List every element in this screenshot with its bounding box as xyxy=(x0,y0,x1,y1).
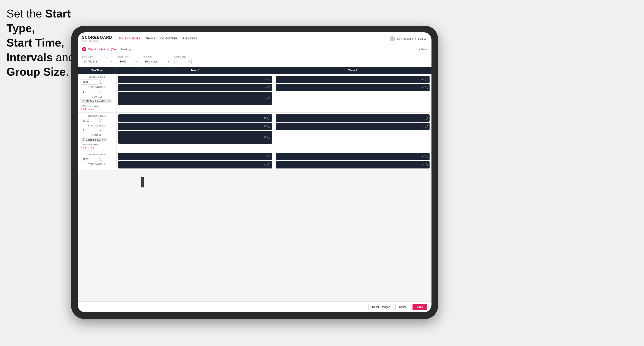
footer-bar: Reset Changes Cancel Save xyxy=(78,301,432,312)
intervals-select[interactable]: 10 Minutes 8 Minutes 12 Minutes xyxy=(143,59,171,64)
main-content: Tee Time Team 1 Team 2 STARTING TIME: 🕐 … xyxy=(78,67,432,301)
add-group-link-2[interactable]: + Add Group xyxy=(81,146,113,149)
starting-hole-select-wrapper-1: 110 xyxy=(81,89,102,94)
tee-team2-cell-2: ✕ ✕ xyxy=(274,113,432,151)
nav-tabs: TOURNAMENTS TEAMS COMMITTEE RANKINGS xyxy=(119,35,390,42)
team2-slot-circle-2b xyxy=(425,125,428,128)
team2-slot-remove-1a[interactable]: ✕ xyxy=(421,78,424,81)
sign-out-link[interactable]: Sign out xyxy=(418,37,427,40)
reset-changes-button[interactable]: Reset Changes xyxy=(368,304,394,310)
starting-time-input-row-2: 🕐 xyxy=(81,118,113,123)
team2-slot-circle-1b xyxy=(425,86,428,89)
team2-slot-remove-3a[interactable]: ✕ xyxy=(421,155,424,158)
logo: SCOREBOARD Powered by clipp.d xyxy=(82,35,112,42)
course-expand-btn-2[interactable]: ⊕ xyxy=(104,138,106,141)
nav-tab-committee[interactable]: COMMITTEE xyxy=(160,35,177,42)
starting-time-input-row-3: 🕐 xyxy=(81,157,113,162)
team1-slot-2a: ✕ xyxy=(118,114,272,122)
slot-remove-1b[interactable]: ✕ xyxy=(264,86,266,89)
team2-slot-circle-3b xyxy=(425,163,428,166)
back-button[interactable]: ‹ Back xyxy=(419,48,427,51)
slot-circle-1a xyxy=(267,78,270,81)
start-type-select-wrapper: 1st Tee Start Shotgun Start xyxy=(82,59,114,64)
controls-row: Start Type 1st Tee Start Shotgun Start S… xyxy=(78,53,432,67)
start-time-select[interactable]: 10:00 09:00 08:00 xyxy=(118,59,139,64)
nav-tab-tournaments[interactable]: TOURNAMENTS xyxy=(119,35,140,42)
course-remove-btn-2[interactable]: ✕ xyxy=(102,138,103,141)
slot-circle-2a xyxy=(267,117,270,120)
team2-slot-remove-3b[interactable]: ✕ xyxy=(421,163,424,166)
nav-tab-rankings[interactable]: RANKINGS xyxy=(182,35,197,42)
group-size-group: Group Size 3 2 4 xyxy=(174,55,192,64)
tee-section-2: STARTING TIME: 🕐 STARTING HOLE: 110 xyxy=(78,113,432,151)
slot-remove-1c[interactable]: ✕ xyxy=(264,97,266,100)
slot-remove-1a[interactable]: ✕ xyxy=(264,78,266,81)
team2-slot-actions-1a: ✕ xyxy=(421,78,428,81)
course-expand-btn-1[interactable]: ⊕ xyxy=(108,100,110,103)
tee-left-1: STARTING TIME: 🕐 STARTING HOLE: 110 xyxy=(78,74,116,112)
save-button[interactable]: Save xyxy=(412,304,427,310)
starting-time-label-1: STARTING TIME: xyxy=(81,76,113,79)
add-group-link-1[interactable]: + Add Group xyxy=(81,108,113,110)
team2-slot-remove-2a[interactable]: ✕ xyxy=(421,117,424,120)
col-header-team2: Team 2 xyxy=(274,67,432,74)
team2-slot-2b: ✕ xyxy=(276,123,430,130)
starting-time-label-3: STARTING TIME: xyxy=(81,153,113,156)
cancel-button[interactable]: Cancel xyxy=(396,304,411,310)
start-type-label: Start Type xyxy=(82,55,114,58)
team1-slot-2b: ✕ xyxy=(118,123,272,130)
starting-time-input-1[interactable] xyxy=(81,79,98,85)
slot-remove-3b[interactable]: ✕ xyxy=(264,163,266,166)
starting-time-input-3[interactable] xyxy=(81,157,98,162)
team2-slot-remove-1b[interactable]: ✕ xyxy=(421,86,424,89)
slot-circle-3b xyxy=(267,163,270,166)
clock-icon-3: 🕐 xyxy=(99,158,102,161)
col-header-tee-time: Tee Time xyxy=(78,67,116,74)
team2-slot-remove-2b[interactable]: ✕ xyxy=(421,125,424,128)
slot-remove-2a[interactable]: ✕ xyxy=(264,117,266,120)
starting-hole-label-2: STARTING HOLE: xyxy=(81,125,113,127)
team2-slot-1b: ✕ xyxy=(276,84,430,91)
tee-team2-cell-1: ✕ ✕ xyxy=(274,74,432,112)
starting-hole-label-3: STARTING HOLE: xyxy=(81,163,113,166)
slot-actions-1a: ✕ xyxy=(264,78,270,81)
team1-slot-1a: ✕ xyxy=(118,76,272,83)
slot-circle-1b xyxy=(267,86,270,89)
group-size-select-wrapper: 3 2 4 xyxy=(174,59,192,64)
group-size-select[interactable]: 3 2 4 xyxy=(174,59,192,64)
slot-remove-2c[interactable]: ✕ xyxy=(264,136,266,139)
starting-hole-select-1[interactable]: 110 xyxy=(81,89,102,94)
breadcrumb-tournament[interactable]: Clippd Invitational (Me) xyxy=(88,48,117,51)
course-label-2: COURSE: xyxy=(81,134,113,137)
intervals-select-wrapper: 10 Minutes 8 Minutes 12 Minutes xyxy=(143,59,171,64)
team2-slot-3a: ✕ xyxy=(276,153,430,160)
team1-slot-1b: ✕ xyxy=(118,84,272,91)
team2-slot-circle-3a xyxy=(425,155,428,158)
slot-circle-2b xyxy=(267,125,270,128)
team2-slot-actions-1b: ✕ xyxy=(421,86,428,89)
start-type-group: Start Type 1st Tee Start Shotgun Start xyxy=(82,55,114,64)
course-remove-btn-1[interactable]: ✕ xyxy=(106,100,108,103)
team2-slot-circle-2a xyxy=(425,117,428,120)
start-time-select-wrapper: 10:00 09:00 08:00 xyxy=(118,59,139,64)
breadcrumb-bar: C Clippd Invitational (Me) › Hosting ‹ B… xyxy=(78,45,432,53)
tee-team2-cell-3: ✕ ✕ xyxy=(274,151,432,170)
slot-actions-1c: ✕ xyxy=(264,97,270,100)
starting-hole-label-1: STARTING HOLE: xyxy=(81,86,113,88)
remove-group-link-1[interactable]: ○ Remove Group xyxy=(81,105,113,107)
team2-slot-1a: ✕ xyxy=(276,76,430,83)
starting-hole-select-2[interactable]: 110 xyxy=(81,128,102,133)
slot-actions-1b: ✕ xyxy=(264,86,270,89)
nav-tab-teams[interactable]: TEAMS xyxy=(146,35,155,42)
starting-time-input-2[interactable] xyxy=(81,118,98,123)
slot-circle-1c xyxy=(267,97,270,100)
instructions-panel: Set the Start Type,Start Time,Intervals … xyxy=(6,6,76,79)
course-label-1: COURSE: xyxy=(81,96,113,98)
side-button[interactable] xyxy=(141,177,144,187)
slot-remove-3a[interactable]: ✕ xyxy=(264,155,266,158)
team1-slot-3a: ✕ xyxy=(118,153,272,160)
slot-remove-2b[interactable]: ✕ xyxy=(264,125,266,128)
start-type-select[interactable]: 1st Tee Start Shotgun Start xyxy=(82,59,114,64)
remove-group-link-2[interactable]: ○ Remove Group xyxy=(81,143,113,146)
breadcrumb-section: Hosting xyxy=(121,48,130,51)
